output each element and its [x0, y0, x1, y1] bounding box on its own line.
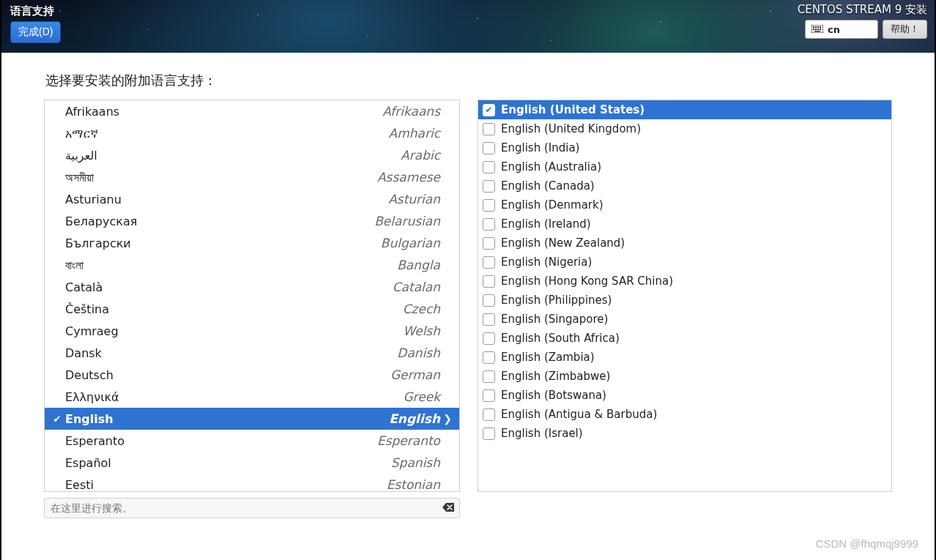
locale-label: English (Canada): [501, 179, 595, 193]
language-row[interactable]: العربيةArabic: [45, 144, 459, 166]
locale-row[interactable]: English (South Africa): [478, 329, 891, 348]
language-english-label: Bangla: [83, 258, 440, 272]
svg-rect-4: [820, 26, 821, 28]
language-list[interactable]: AfrikaansAfrikaansአማርኛAmharicالعربيةArab…: [44, 100, 460, 492]
locale-checkbox[interactable]: [483, 161, 495, 173]
locale-label: English (Denmark): [501, 198, 603, 212]
help-button[interactable]: 帮助！: [883, 20, 927, 39]
keyboard-layout-label: cn: [828, 24, 840, 35]
language-english-label: Amharic: [98, 126, 440, 141]
locale-checkbox[interactable]: ✔: [483, 104, 495, 116]
locale-row[interactable]: English (Philippines): [478, 291, 891, 310]
svg-rect-6: [815, 29, 817, 30]
language-native-label: Català: [65, 280, 103, 294]
locale-checkbox[interactable]: [483, 389, 495, 402]
keyboard-icon: [811, 24, 823, 35]
svg-rect-9: [814, 31, 820, 32]
svg-rect-5: [813, 29, 814, 30]
language-row[interactable]: EestiEstonian: [45, 474, 459, 492]
language-row[interactable]: AfrikaansAfrikaans: [45, 100, 459, 122]
locale-label: English (Australia): [501, 160, 601, 173]
locale-row[interactable]: ✔English (United States): [478, 100, 891, 119]
language-row[interactable]: বাংলাBangla: [45, 254, 459, 276]
locale-label: English (Philippines): [501, 294, 612, 307]
language-row[interactable]: CymraegWelsh: [45, 320, 459, 342]
locale-checkbox[interactable]: [483, 275, 495, 288]
locale-label: English (Zimbabwe): [501, 370, 610, 383]
language-row[interactable]: EspañolSpanish: [45, 452, 459, 474]
language-native-label: Asturianu: [65, 193, 122, 206]
locale-row[interactable]: English (Hong Kong SAR China): [478, 272, 891, 291]
locale-row[interactable]: English (Denmark): [478, 195, 891, 214]
language-native-label: Cymraeg: [65, 324, 119, 338]
language-native-label: Български: [65, 236, 131, 250]
language-native-label: Eesti: [65, 478, 94, 492]
locale-row[interactable]: English (Antigua & Barbuda): [478, 405, 891, 424]
language-native-label: Español: [65, 456, 111, 470]
language-english-label: English: [114, 411, 440, 426]
language-row[interactable]: CatalàCatalan: [45, 276, 459, 298]
locale-row[interactable]: English (United Kingdom): [478, 119, 891, 138]
language-row[interactable]: አማርኛAmharic: [45, 122, 459, 144]
locale-checkbox[interactable]: [483, 237, 495, 250]
locale-row[interactable]: English (Zimbabwe): [478, 367, 891, 386]
language-row[interactable]: AsturianuAsturian: [45, 188, 459, 210]
locale-label: English (United States): [501, 103, 645, 116]
svg-rect-2: [815, 26, 817, 28]
language-english-label: German: [114, 367, 440, 382]
language-english-label: Esperanto: [125, 433, 440, 448]
language-row[interactable]: DeutschGerman: [45, 364, 459, 386]
done-button[interactable]: 完成(D): [10, 21, 61, 43]
language-native-label: বাংলা: [65, 258, 83, 272]
page-title: 语言支持: [10, 4, 61, 18]
locale-row[interactable]: English (Israel): [478, 424, 891, 443]
language-row[interactable]: ✔EnglishEnglish❯: [45, 408, 459, 430]
prompt-text: 选择要安装的附加语言支持：: [45, 72, 892, 89]
locale-checkbox[interactable]: [483, 256, 495, 269]
install-title: CENTOS STREAM 9 安装: [798, 3, 927, 17]
locale-row[interactable]: English (New Zealand): [478, 234, 891, 253]
language-native-label: Deutsch: [65, 368, 114, 382]
language-english-label: Spanish: [111, 455, 440, 470]
locale-row[interactable]: English (Australia): [478, 157, 891, 176]
locale-checkbox[interactable]: [483, 351, 495, 364]
search-input[interactable]: [44, 498, 460, 518]
language-row[interactable]: БеларускаяBelarusian: [45, 210, 459, 232]
language-row[interactable]: অসমীয়াAssamese: [45, 166, 459, 188]
svg-rect-3: [817, 26, 819, 28]
language-english-label: Arabic: [97, 148, 440, 163]
language-english-label: Afrikaans: [119, 104, 440, 119]
locale-checkbox[interactable]: [483, 408, 495, 421]
locale-checkbox[interactable]: [483, 199, 495, 212]
locale-row[interactable]: English (Ireland): [478, 214, 891, 234]
language-native-label: Dansk: [65, 346, 102, 360]
locale-checkbox[interactable]: [483, 142, 495, 154]
locale-row[interactable]: English (Singapore): [478, 310, 891, 329]
clear-search-icon[interactable]: [442, 502, 454, 514]
language-native-label: Ελληνικά: [65, 390, 119, 404]
locale-row[interactable]: English (Botswana): [478, 386, 891, 405]
locale-checkbox[interactable]: [483, 218, 495, 231]
language-row[interactable]: DanskDanish: [45, 342, 459, 364]
locale-label: English (Ireland): [501, 217, 591, 231]
locale-checkbox[interactable]: [483, 370, 495, 383]
language-row[interactable]: ČeštinaCzech: [45, 298, 459, 320]
language-row[interactable]: EsperantoEsperanto: [45, 430, 459, 452]
locale-checkbox[interactable]: [483, 332, 495, 345]
locale-row[interactable]: English (Canada): [478, 176, 891, 195]
locale-row[interactable]: English (Zambia): [478, 348, 891, 367]
keyboard-layout-indicator[interactable]: cn: [805, 20, 878, 39]
language-english-label: Estonian: [94, 477, 440, 492]
locale-checkbox[interactable]: [483, 294, 495, 307]
language-row[interactable]: БългарскиBulgarian: [45, 232, 459, 254]
language-row[interactable]: ΕλληνικάGreek: [45, 386, 459, 408]
locale-checkbox[interactable]: [483, 180, 495, 193]
locale-row[interactable]: English (India): [478, 138, 891, 157]
locale-checkbox[interactable]: [483, 123, 495, 135]
locale-row[interactable]: English (Nigeria): [478, 253, 891, 272]
locale-list[interactable]: ✔English (United States)English (United …: [478, 100, 892, 492]
language-native-label: Esperanto: [65, 434, 125, 448]
locale-checkbox[interactable]: [483, 313, 495, 326]
language-native-label: አማርኛ: [65, 127, 98, 141]
locale-checkbox[interactable]: [483, 428, 495, 440]
